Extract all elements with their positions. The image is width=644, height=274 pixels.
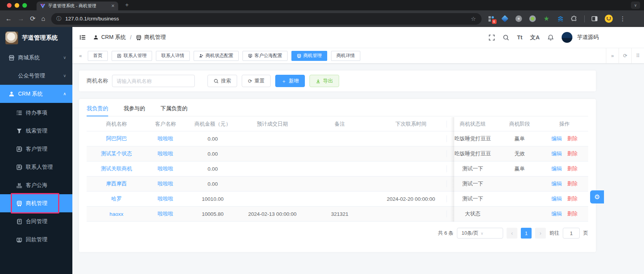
back-icon[interactable]: ← <box>5 15 12 22</box>
translate-icon[interactable]: 文A <box>530 34 540 41</box>
delete-link[interactable]: 删除 <box>567 135 578 142</box>
layers-extension-icon[interactable] <box>557 15 564 23</box>
export-button[interactable]: 导出 <box>309 75 339 87</box>
tab-search-chevron-icon[interactable]: ∨ <box>631 2 640 9</box>
cell-opportunity-name[interactable]: 测试某个状态 <box>87 150 146 157</box>
sidebar-item-business[interactable]: 商机管理 <box>0 194 72 212</box>
goto-page-input[interactable] <box>563 228 580 239</box>
sidebar-item-contacts[interactable]: 联系人管理 <box>0 158 72 176</box>
profile-smiley-icon[interactable] <box>605 15 613 23</box>
edit-link[interactable]: 编辑 <box>552 195 562 202</box>
cell-customer-name[interactable]: 啦啦啦 <box>146 180 185 187</box>
sidebar-item-customer-pool[interactable]: 客户公海 <box>0 176 72 194</box>
page-size-select[interactable]: 10条/页 ∨ <box>457 228 503 239</box>
next-page-button[interactable]: › <box>535 228 546 239</box>
page-unit-label: 页 <box>583 230 588 237</box>
delete-link[interactable]: 删除 <box>567 180 578 187</box>
cell-customer-name[interactable]: 啦啦啦 <box>146 165 185 172</box>
tab-subordinate[interactable]: 下属负责的 <box>161 105 187 116</box>
sidebar-item-customer[interactable]: 客户管理 <box>0 140 72 158</box>
scroll-right-icon[interactable]: » <box>606 48 619 63</box>
search-button[interactable]: 搜索 <box>207 75 237 87</box>
star-extension-icon[interactable]: ★ <box>543 15 550 23</box>
edit-link[interactable]: 编辑 <box>552 150 562 157</box>
reset-button[interactable]: ⟳ 重置 <box>242 75 271 87</box>
bookmark-star-icon[interactable]: ☆ <box>471 15 476 22</box>
zoom-window-button[interactable] <box>22 3 27 8</box>
url-text[interactable]: 127.0.0.1/crm/business <box>65 16 467 22</box>
cell-opportunity-name[interactable]: 阿巴阿巴 <box>87 135 146 142</box>
edit-link[interactable]: 编辑 <box>552 180 562 187</box>
tab-my-participated[interactable]: 我参与的 <box>124 105 145 116</box>
prev-page-button[interactable]: ‹ <box>507 228 517 239</box>
sidebar-item-clue[interactable]: 线索管理 <box>0 122 72 140</box>
breadcrumb-item-crm[interactable]: CRM 系统 <box>101 34 126 41</box>
user-name[interactable]: 芋道源码 <box>577 34 599 41</box>
tag-contact-detail[interactable]: 联系人详情 <box>156 51 190 61</box>
menu-fold-icon[interactable] <box>79 34 86 41</box>
sidebar-item-official-account[interactable]: 公众号管理 ∨ <box>0 67 72 85</box>
circle-asterisk-extension-icon[interactable]: ✳ <box>515 15 523 23</box>
header-remark: 备注 <box>304 121 375 128</box>
reload-icon[interactable]: ⟳ <box>30 15 35 22</box>
notification-bell-icon[interactable] <box>547 34 554 41</box>
user-avatar[interactable] <box>562 32 572 43</box>
tag-contacts[interactable]: 联系人管理 <box>112 51 152 61</box>
business-name-input[interactable] <box>112 75 195 87</box>
cell-customer-name[interactable]: 啦啦啦 <box>146 135 185 142</box>
edit-link[interactable]: 编辑 <box>552 165 562 172</box>
pagination: 共 6 条 10条/页 ∨ ‹ 1 › 前往 页 <box>87 228 588 239</box>
address-bar[interactable]: ⓘ 127.0.0.1/crm/business ☆ <box>51 13 482 25</box>
add-button[interactable]: ＋ 新增 <box>275 75 305 87</box>
tag-business[interactable]: 商机管理 <box>291 51 327 61</box>
delete-link[interactable]: 删除 <box>567 165 578 172</box>
sidebar-item-receivable[interactable]: 回款管理 <box>0 230 72 249</box>
cell-customer-name[interactable]: 啦啦啦 <box>146 210 185 217</box>
page-number-current[interactable]: 1 <box>521 228 532 239</box>
tab-close-icon[interactable]: ✕ <box>111 4 115 8</box>
tab-my-responsible[interactable]: 我负责的 <box>87 105 108 116</box>
refresh-icon[interactable]: ⟳ <box>619 48 631 63</box>
cell-customer-name[interactable]: 啦啦啦 <box>146 195 185 202</box>
close-window-button[interactable] <box>7 3 12 8</box>
browser-tab[interactable]: 芋道管理系统 - 商机管理 ✕ <box>37 2 118 10</box>
tag-status-config[interactable]: 商机状态配置 <box>194 51 239 61</box>
side-panel-icon[interactable] <box>591 15 599 23</box>
scroll-left-icon[interactable]: « <box>75 53 85 59</box>
sidebar-item-todo[interactable]: 待办事项 <box>0 104 72 122</box>
tag-business-detail[interactable]: 商机详情 <box>331 51 360 61</box>
delete-link[interactable]: 删除 <box>567 150 578 157</box>
settings-gear-button[interactable]: ⚙ <box>590 190 604 203</box>
todo-list-icon <box>16 110 22 116</box>
edit-link[interactable]: 编辑 <box>552 210 562 217</box>
cell-actions: 编辑 删除 <box>541 135 588 142</box>
app-logo[interactable]: 芋道管理系统 <box>0 27 72 49</box>
minimize-window-button[interactable] <box>15 3 19 8</box>
fullscreen-icon[interactable] <box>488 34 495 41</box>
circle-dot-extension-icon[interactable] <box>529 15 537 23</box>
delete-link[interactable]: 删除 <box>567 195 578 202</box>
delete-link[interactable]: 删除 <box>567 210 578 217</box>
edit-link[interactable]: 编辑 <box>552 135 562 142</box>
puzzle-extensions-icon[interactable] <box>570 15 578 23</box>
sidebar-item-crm-system[interactable]: CRM 系统 ∧ <box>0 85 72 103</box>
search-icon[interactable] <box>503 34 509 41</box>
cell-opportunity-name[interactable]: 测试关联商机 <box>87 165 146 172</box>
tag-pool-config[interactable]: 客户公海配置 <box>243 51 288 61</box>
site-info-icon[interactable]: ⓘ <box>57 15 62 22</box>
cell-opportunity-name[interactable]: 哈罗 <box>87 195 146 202</box>
cell-opportunity-name[interactable]: haoxx <box>87 211 146 217</box>
forward-icon[interactable]: → <box>18 15 24 22</box>
tag-home[interactable]: 首页 <box>88 51 108 61</box>
gem-extension-icon[interactable] <box>501 15 509 23</box>
font-size-icon[interactable]: Tt <box>517 34 522 40</box>
sidebar-item-contract[interactable]: 合同管理 <box>0 212 72 230</box>
grid-extension-icon[interactable]: 6 <box>487 15 495 23</box>
cell-customer-name[interactable]: 啦啦啦 <box>146 150 185 157</box>
sidebar-item-mall-system[interactable]: 商城系统 ∨ <box>0 49 72 67</box>
new-tab-button[interactable]: ＋ <box>124 1 130 8</box>
overflow-menu-icon[interactable]: ⋮ <box>619 15 627 23</box>
cell-opportunity-name[interactable]: 摩西摩西 <box>87 180 146 187</box>
home-icon[interactable]: ⌂ <box>41 15 45 22</box>
tag-menu-grid-icon[interactable]: ⠿ <box>631 48 644 63</box>
